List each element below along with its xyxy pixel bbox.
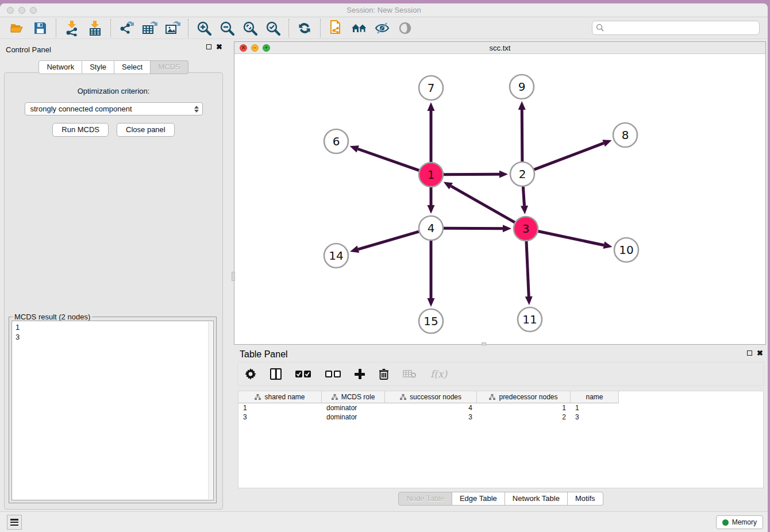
column-header-shared-name[interactable]: shared name <box>238 391 322 403</box>
delete-rows-button[interactable] <box>379 368 389 380</box>
toolbar-separator <box>288 19 289 37</box>
table-cell[interactable]: 2 <box>477 413 571 422</box>
delete-table-button[interactable] <box>403 369 417 379</box>
import-table-button[interactable] <box>83 19 106 37</box>
tab-edge-table[interactable]: Edge Table <box>452 492 505 506</box>
run-mcds-button[interactable]: Run MCDS <box>52 123 109 137</box>
network-close-button[interactable]: ✕ <box>240 44 247 52</box>
mcds-result-legend: MCDS result (2 nodes) <box>13 313 92 321</box>
edge-1-2[interactable] <box>444 174 499 175</box>
table-cell[interactable]: 4 <box>385 403 477 413</box>
export-network-button[interactable] <box>115 19 138 37</box>
node-table[interactable]: shared nameMCDS rolesuccessor nodesprede… <box>238 391 764 488</box>
mcds-result-text[interactable]: 13 <box>11 321 214 500</box>
graph-node-15[interactable]: 15 <box>419 309 443 333</box>
edge-3-1[interactable] <box>451 186 515 222</box>
zoom-selected-button[interactable] <box>261 19 284 37</box>
edge-1-6[interactable] <box>358 149 419 170</box>
column-header-predecessor-nodes[interactable]: predecessor nodes <box>477 391 571 403</box>
tab-mcds[interactable]: MCDS <box>151 60 188 74</box>
graph-node-14[interactable]: 14 <box>324 244 348 268</box>
network-canvas[interactable]: 7968124314101511 <box>234 54 765 344</box>
show-panels-button[interactable] <box>394 19 417 37</box>
task-history-button[interactable] <box>7 515 22 530</box>
graph-node-6[interactable]: 6 <box>324 129 348 153</box>
table-row[interactable]: 1dominator411 <box>238 403 763 413</box>
tab-network[interactable]: Network <box>38 60 82 74</box>
float-table-panel-icon[interactable] <box>747 350 752 356</box>
close-panel-icon[interactable]: ✖ <box>216 44 222 49</box>
table-cell[interactable]: 1 <box>571 403 619 413</box>
column-header-MCDS-role[interactable]: MCDS role <box>322 391 385 403</box>
refresh-button[interactable] <box>293 19 316 37</box>
result-scrollbar[interactable] <box>208 322 213 499</box>
table-row[interactable]: 3dominator323 <box>238 413 763 422</box>
edge-2-3[interactable] <box>523 187 524 206</box>
edge-4-14[interactable] <box>358 232 418 249</box>
network-overview-button[interactable] <box>348 19 371 37</box>
network-maximize-button[interactable]: + <box>263 44 270 52</box>
show-columns-button[interactable] <box>270 368 282 380</box>
memory-button[interactable]: Memory <box>716 515 763 529</box>
select-all-button[interactable] <box>295 371 311 378</box>
close-panel-button[interactable]: Close panel <box>117 123 175 137</box>
graph-node-3[interactable]: 3 <box>514 217 538 241</box>
close-table-panel-icon[interactable]: ✖ <box>757 350 763 356</box>
tab-motifs[interactable]: Motifs <box>568 492 603 506</box>
network-minimize-button[interactable]: − <box>251 44 259 52</box>
graph-node-1[interactable]: 1 <box>419 163 443 187</box>
network-window-titlebar[interactable]: ✕ − + scc.txt <box>234 42 765 54</box>
toolbar-separator <box>320 19 321 37</box>
save-session-button[interactable] <box>29 19 52 37</box>
import-network-button[interactable] <box>60 19 83 37</box>
graph-node-9[interactable]: 9 <box>510 75 534 99</box>
export-image-button[interactable] <box>161 19 184 37</box>
table-cell[interactable]: 3 <box>571 413 619 422</box>
table-cell[interactable]: 1 <box>238 403 322 413</box>
tab-style[interactable]: Style <box>82 60 114 74</box>
table-cell[interactable]: dominator <box>322 413 385 422</box>
graph-node-11[interactable]: 11 <box>518 307 542 331</box>
tab-node-table[interactable]: Node Table <box>398 492 452 506</box>
add-row-button[interactable] <box>355 369 365 379</box>
graph-node-10[interactable]: 10 <box>614 238 638 262</box>
splitter-handle[interactable] <box>232 272 235 281</box>
edge-arrowhead <box>518 101 526 110</box>
table-cell[interactable]: 3 <box>385 413 477 422</box>
open-session-button[interactable] <box>6 19 29 37</box>
edge-3-10[interactable] <box>538 232 604 245</box>
table-settings-button[interactable] <box>245 368 256 380</box>
table-cell[interactable]: dominator <box>322 403 385 413</box>
edge-4-3[interactable] <box>444 228 503 229</box>
zoom-fit-button[interactable] <box>238 19 261 37</box>
column-header-successor-nodes[interactable]: successor nodes <box>385 391 477 403</box>
edge-arrowhead <box>428 102 435 111</box>
zoom-fit-icon <box>242 21 257 36</box>
zoom-in-button[interactable] <box>192 19 215 37</box>
clone-network-button[interactable] <box>325 19 348 37</box>
tab-network-table[interactable]: Network Table <box>505 492 568 506</box>
edge-2-9[interactable] <box>522 110 522 161</box>
graph-node-4[interactable]: 4 <box>419 216 443 240</box>
table-cell[interactable]: 1 <box>477 403 571 413</box>
graph-node-2[interactable]: 2 <box>510 162 534 186</box>
graph-node-7[interactable]: 7 <box>419 76 443 100</box>
zoom-out-button[interactable] <box>215 19 238 37</box>
float-panel-icon[interactable] <box>206 44 211 49</box>
hide-panels-button[interactable] <box>371 19 394 37</box>
search-input[interactable] <box>607 24 759 32</box>
trash-icon <box>379 368 389 380</box>
optimization-criterion-dropdown[interactable]: strongly connected component <box>25 102 203 115</box>
column-header-name[interactable]: name <box>571 391 619 403</box>
houses-icon <box>351 21 368 35</box>
export-table-button[interactable] <box>138 19 161 37</box>
node-label: 14 <box>329 249 343 263</box>
table-cell[interactable]: 3 <box>238 413 322 422</box>
deselect-all-button[interactable] <box>325 371 341 377</box>
edge-2-8[interactable] <box>534 143 604 169</box>
function-builder-button[interactable]: f(x) <box>430 368 447 380</box>
search-box[interactable] <box>592 21 760 35</box>
tab-select[interactable]: Select <box>114 60 151 74</box>
graph-node-8[interactable]: 8 <box>613 123 637 147</box>
edge-3-11[interactable] <box>526 241 529 296</box>
